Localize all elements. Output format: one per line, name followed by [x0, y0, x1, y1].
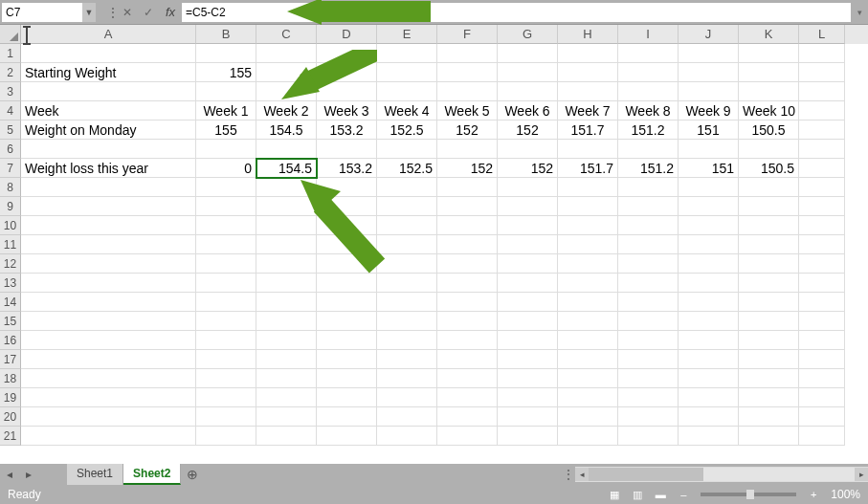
cell[interactable]: [679, 388, 739, 407]
cell[interactable]: [377, 407, 437, 427]
cell[interactable]: 152: [498, 159, 558, 178]
cell[interactable]: [679, 63, 739, 82]
cell[interactable]: [317, 312, 377, 331]
cell[interactable]: [739, 331, 799, 350]
cell[interactable]: [377, 216, 437, 235]
cell[interactable]: [377, 312, 437, 331]
cell[interactable]: 152: [437, 159, 498, 178]
cell[interactable]: [437, 82, 498, 101]
row-header[interactable]: 21: [0, 427, 21, 446]
cell[interactable]: [618, 369, 679, 388]
cell[interactable]: [437, 331, 498, 350]
cell[interactable]: 152.5: [377, 121, 437, 140]
cell[interactable]: [558, 274, 618, 293]
cell[interactable]: [799, 407, 845, 427]
row-header[interactable]: 15: [0, 312, 21, 331]
scroll-right-icon[interactable]: ▸: [855, 468, 868, 481]
cell[interactable]: [799, 293, 845, 312]
cell[interactable]: [679, 312, 739, 331]
cell[interactable]: Week 3: [317, 101, 377, 121]
cell[interactable]: [498, 388, 558, 407]
cell[interactable]: [618, 312, 679, 331]
cell[interactable]: [618, 235, 679, 254]
column-header[interactable]: L: [799, 25, 845, 44]
cell[interactable]: [21, 82, 196, 101]
cell[interactable]: [377, 178, 437, 197]
cell[interactable]: [21, 293, 196, 312]
cell[interactable]: [256, 388, 317, 407]
cell[interactable]: [377, 427, 437, 446]
cell[interactable]: 150.5: [739, 121, 799, 140]
cell[interactable]: [498, 140, 558, 159]
cell[interactable]: 151: [679, 159, 739, 178]
cell[interactable]: [558, 63, 618, 82]
cell[interactable]: [196, 350, 256, 369]
cell[interactable]: [799, 44, 845, 63]
cell[interactable]: [558, 312, 618, 331]
cell[interactable]: [679, 254, 739, 274]
cell[interactable]: [317, 369, 377, 388]
cell[interactable]: [498, 350, 558, 369]
cell[interactable]: [618, 427, 679, 446]
cell[interactable]: [21, 274, 196, 293]
cell[interactable]: [739, 274, 799, 293]
cell[interactable]: [618, 178, 679, 197]
cell[interactable]: [558, 427, 618, 446]
name-box-dropdown[interactable]: ▼: [82, 3, 96, 22]
cell[interactable]: [799, 254, 845, 274]
cell[interactable]: [377, 254, 437, 274]
cell[interactable]: [437, 388, 498, 407]
cell[interactable]: [256, 274, 317, 293]
cell[interactable]: [558, 235, 618, 254]
cell[interactable]: [799, 216, 845, 235]
tab-next-icon[interactable]: ▸: [19, 468, 38, 481]
cell[interactable]: [196, 82, 256, 101]
cell[interactable]: [437, 293, 498, 312]
cell[interactable]: [618, 63, 679, 82]
cell[interactable]: [377, 293, 437, 312]
cancel-icon[interactable]: ✕: [117, 3, 138, 22]
cell[interactable]: [739, 293, 799, 312]
cell[interactable]: [196, 293, 256, 312]
cell[interactable]: [618, 331, 679, 350]
cell[interactable]: 0: [196, 159, 256, 178]
cell[interactable]: Week 9: [679, 101, 739, 121]
horizontal-scrollbar[interactable]: ◂ ▸: [575, 467, 868, 482]
cell[interactable]: [799, 197, 845, 216]
cell[interactable]: [256, 350, 317, 369]
cell[interactable]: [377, 274, 437, 293]
cell[interactable]: [256, 63, 317, 82]
cell[interactable]: [256, 407, 317, 427]
row-header[interactable]: 10: [0, 216, 21, 235]
cell[interactable]: [437, 274, 498, 293]
cell[interactable]: [437, 312, 498, 331]
cell[interactable]: [377, 350, 437, 369]
cell[interactable]: [256, 44, 317, 63]
cell[interactable]: [21, 427, 196, 446]
cell[interactable]: [799, 159, 845, 178]
cell[interactable]: 155: [196, 121, 256, 140]
cell[interactable]: [498, 407, 558, 427]
cell[interactable]: Week 10: [739, 101, 799, 121]
cell[interactable]: [498, 216, 558, 235]
cell[interactable]: [196, 178, 256, 197]
cell[interactable]: [317, 274, 377, 293]
cell[interactable]: [558, 369, 618, 388]
column-header[interactable]: I: [618, 25, 679, 44]
column-header[interactable]: B: [196, 25, 256, 44]
cell[interactable]: 151.2: [618, 159, 679, 178]
cell[interactable]: [498, 82, 558, 101]
cell[interactable]: [21, 44, 196, 63]
cell[interactable]: [498, 235, 558, 254]
cell[interactable]: Week 4: [377, 101, 437, 121]
cell[interactable]: [739, 82, 799, 101]
cell[interactable]: [256, 293, 317, 312]
cell[interactable]: [317, 140, 377, 159]
row-header[interactable]: 7: [0, 159, 21, 178]
cell[interactable]: [799, 82, 845, 101]
cell[interactable]: [437, 369, 498, 388]
vertical-dots-icon[interactable]: ⋮: [107, 6, 117, 19]
cell[interactable]: [679, 331, 739, 350]
cell[interactable]: [618, 274, 679, 293]
cell[interactable]: [21, 388, 196, 407]
